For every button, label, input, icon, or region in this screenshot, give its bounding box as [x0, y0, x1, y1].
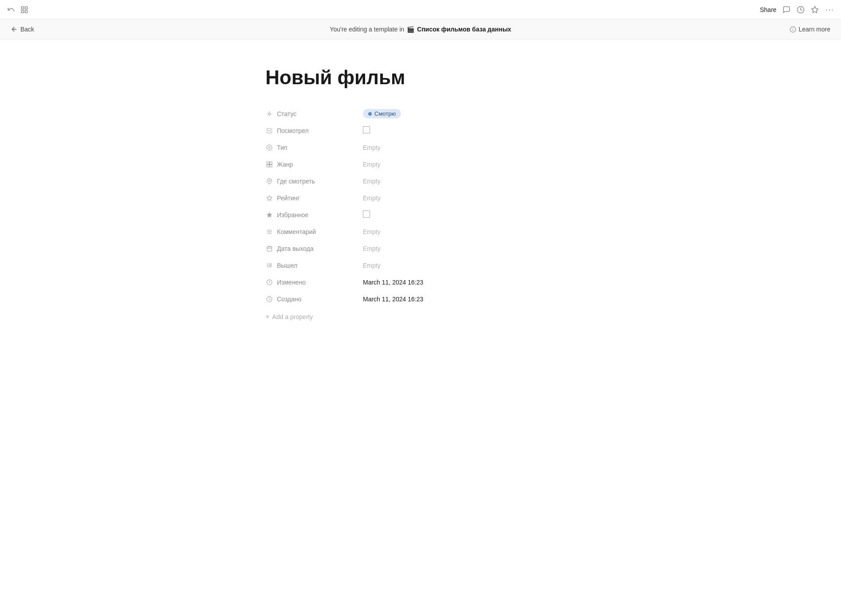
property-value-genre[interactable]: Empty	[363, 161, 576, 168]
property-row-released: Вышел Empty	[265, 257, 576, 274]
svg-rect-24	[267, 246, 272, 251]
property-row-comment: Комментарий Empty	[265, 223, 576, 240]
property-label-status: Статус	[265, 110, 363, 117]
checkbox-property-icon	[265, 128, 273, 134]
svg-marker-5	[812, 6, 818, 12]
property-value-created: March 11, 2024 16:23	[363, 296, 576, 303]
status-dot	[368, 112, 372, 116]
property-value-status[interactable]: Смотрю	[363, 109, 576, 118]
property-label-type: Тип	[265, 144, 363, 151]
property-value-rating[interactable]: Empty	[363, 195, 576, 202]
svg-point-13	[269, 147, 270, 148]
svg-rect-2	[21, 10, 23, 12]
property-value-watched[interactable]	[363, 126, 576, 135]
status-badge[interactable]: Смотрю	[363, 109, 401, 118]
toolbar: Share ···	[0, 0, 841, 19]
property-row-modified: Изменено March 11, 2024 16:23	[265, 274, 576, 291]
checkbox-watched[interactable]	[363, 126, 370, 133]
property-value-where[interactable]: Empty	[363, 178, 576, 185]
page-title[interactable]: Новый фильм	[265, 66, 576, 90]
svg-rect-17	[270, 164, 272, 167]
plus-icon: +	[265, 313, 269, 321]
property-row-status: Статус Смотрю	[265, 105, 576, 122]
property-value-comment[interactable]: Empty	[363, 228, 576, 235]
svg-point-7	[269, 113, 271, 115]
property-label-modified: Изменено	[265, 279, 363, 286]
property-row-where: Где смотреть Empty	[265, 173, 576, 190]
history-icon[interactable]	[797, 6, 805, 14]
date-property-icon	[265, 246, 273, 252]
template-banner: Back You're editing a template in 🎬 Спис…	[0, 19, 841, 39]
genre-property-icon	[265, 161, 273, 168]
share-button[interactable]: Share	[760, 6, 776, 13]
property-row-created: Создано March 11, 2024 16:23	[265, 291, 576, 308]
property-label-comment: Комментарий	[265, 228, 363, 235]
toolbar-left	[7, 6, 28, 14]
svg-rect-1	[25, 7, 27, 9]
properties-list: Статус Смотрю Посмотрел	[265, 105, 576, 324]
svg-point-18	[269, 180, 270, 182]
svg-rect-0	[21, 7, 23, 9]
star-icon[interactable]	[811, 6, 819, 14]
page-content: Новый фильм Статус Смотрю	[230, 39, 611, 360]
modified-property-icon	[265, 279, 273, 285]
svg-marker-20	[267, 212, 272, 217]
property-row-watched: Посмотрел	[265, 122, 576, 139]
property-value-type[interactable]: Empty	[363, 144, 576, 151]
comment-property-icon	[265, 229, 273, 235]
property-label-created: Создано	[265, 296, 363, 303]
favorite-property-icon	[265, 212, 273, 218]
checkbox-favorite[interactable]	[363, 211, 370, 218]
svg-rect-14	[267, 162, 269, 164]
back-button[interactable]: Back	[11, 26, 34, 33]
svg-point-12	[267, 145, 272, 150]
banner-center: You're editing a template in 🎬 Список фи…	[330, 26, 511, 33]
svg-rect-16	[267, 164, 269, 167]
property-label-where: Где смотреть	[265, 178, 363, 185]
property-label-released: Вышел	[265, 262, 363, 269]
property-label-rating: Рейтинг	[265, 195, 363, 202]
property-row-type: Тип Empty	[265, 139, 576, 156]
learn-more-button[interactable]: Learn more	[790, 26, 830, 33]
property-row-release-date: Дата выхода Empty	[265, 240, 576, 257]
add-property-button[interactable]: + Add a property	[265, 309, 576, 324]
created-property-icon	[265, 296, 273, 302]
property-value-release-date[interactable]: Empty	[363, 245, 576, 252]
status-property-icon	[265, 111, 273, 117]
property-label-favorite: Избранное	[265, 211, 363, 218]
property-value-favorite[interactable]	[363, 211, 576, 219]
undo-icon[interactable]	[7, 6, 15, 14]
comment-icon[interactable]	[783, 6, 790, 14]
svg-rect-15	[270, 162, 272, 164]
released-property-icon	[265, 262, 273, 269]
type-property-icon	[265, 144, 273, 151]
toolbar-right: Share ···	[760, 4, 834, 15]
more-icon[interactable]: ···	[825, 4, 834, 15]
property-label-genre: Жанр	[265, 161, 363, 168]
property-row-favorite: Избранное	[265, 207, 576, 223]
svg-rect-3	[25, 10, 27, 12]
layout-icon[interactable]	[20, 6, 28, 14]
property-value-modified: March 11, 2024 16:23	[363, 279, 576, 286]
svg-marker-19	[267, 195, 272, 200]
where-property-icon	[265, 178, 273, 184]
property-label-release-date: Дата выхода	[265, 245, 363, 252]
rating-property-icon	[265, 195, 273, 201]
property-value-released[interactable]: Empty	[363, 262, 576, 269]
property-row-genre: Жанр Empty	[265, 156, 576, 173]
property-row-rating: Рейтинг Empty	[265, 190, 576, 207]
db-icon: 🎬	[407, 26, 414, 33]
property-label-watched: Посмотрел	[265, 127, 363, 134]
